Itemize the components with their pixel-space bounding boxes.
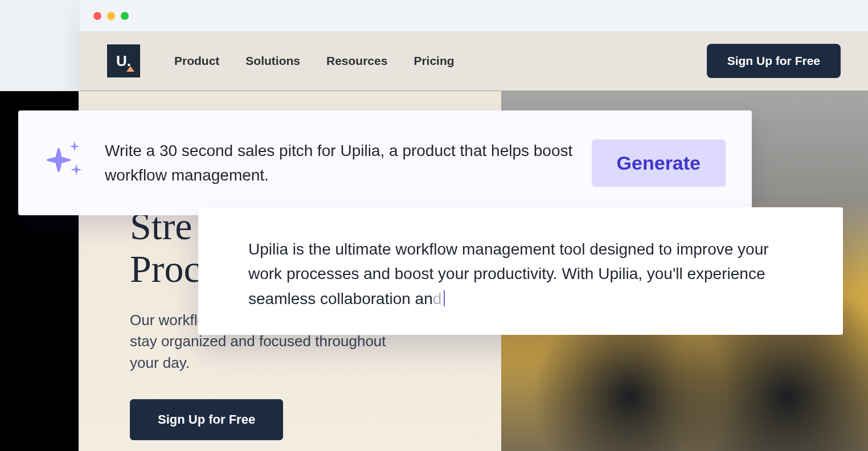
output-tail: d [433, 290, 442, 308]
output-main: Upilia is the ultimate workflow manageme… [248, 240, 769, 308]
typing-cursor-icon [444, 290, 445, 306]
nav-link-pricing[interactable]: Pricing [413, 54, 454, 68]
ai-prompt-card: Write a 30 second sales pitch for Upilia… [18, 110, 752, 215]
window-titlebar [80, 0, 868, 31]
sparkle-icon [44, 145, 90, 181]
maximize-icon[interactable] [121, 12, 129, 20]
brand-accent-icon [126, 66, 134, 72]
generate-button[interactable]: Generate [592, 140, 726, 187]
hero-title-line2: Proc [130, 247, 201, 290]
nav-link-product[interactable]: Product [174, 54, 219, 68]
close-icon[interactable] [93, 12, 101, 20]
prompt-text: Write a 30 second sales pitch for Upilia… [90, 138, 592, 188]
nav-link-resources[interactable]: Resources [326, 54, 387, 68]
nav-link-solutions[interactable]: Solutions [245, 54, 300, 68]
nav-signup-button[interactable]: Sign Up for Free [707, 44, 841, 78]
nav-links: Product Solutions Resources Pricing [174, 54, 455, 68]
hero-signup-button[interactable]: Sign Up for Free [130, 399, 283, 440]
output-text: Upilia is the ultimate workflow manageme… [248, 237, 793, 311]
brand-logo[interactable]: U. [107, 44, 140, 77]
minimize-icon[interactable] [107, 12, 115, 20]
top-nav: U. Product Solutions Resources Pricing S… [80, 31, 868, 91]
ai-output-card: Upilia is the ultimate workflow manageme… [198, 207, 843, 335]
